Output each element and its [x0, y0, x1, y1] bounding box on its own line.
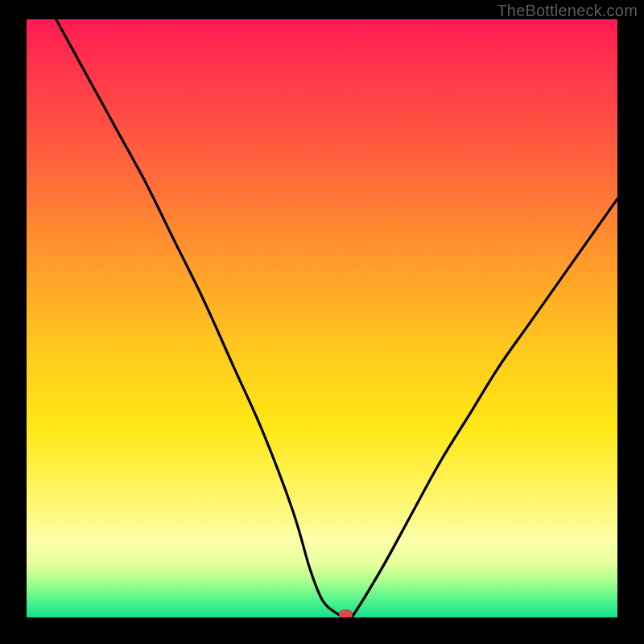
- chart-frame: TheBottleneck.com: [0, 0, 644, 644]
- optimum-marker: [339, 610, 352, 617]
- curve-svg: [27, 19, 617, 617]
- bottleneck-curve: [56, 19, 617, 617]
- watermark-text: TheBottleneck.com: [497, 2, 638, 20]
- plot-area: [27, 19, 617, 617]
